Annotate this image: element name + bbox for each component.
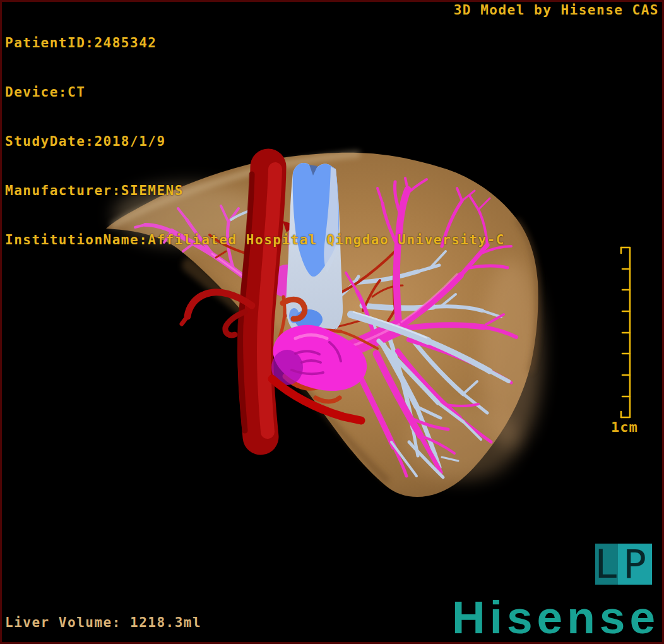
scale-bar: 1cm — [611, 247, 638, 435]
liver-volume-readout: Liver Volume: 1218.3ml — [5, 614, 201, 631]
orientation-marker: L P — [595, 544, 652, 585]
orientation-letter-l: L — [595, 544, 618, 585]
patient-info-block: PatientID:2485342 Device:CT StudyDate:20… — [5, 2, 505, 281]
orientation-letter-p: P — [618, 544, 652, 585]
device-line: Device:CT — [5, 84, 505, 100]
institution-line: InstitutionName:Affiliated Hospital Qing… — [5, 232, 505, 248]
scale-bar-label: 1cm — [611, 419, 638, 435]
patient-id-line: PatientID:2485342 — [5, 35, 505, 51]
hisense-logo: Hisense — [452, 594, 660, 640]
viewer-3d[interactable]: 1cm PatientID:2485342 Device:CT StudyDat… — [0, 0, 664, 644]
manufacturer-line: Manufacturer:SIEMENS — [5, 182, 505, 199]
credit-line: 3D Model by Hisense CAS — [454, 2, 659, 18]
study-date-line: StudyDate:2018/1/9 — [5, 133, 505, 150]
